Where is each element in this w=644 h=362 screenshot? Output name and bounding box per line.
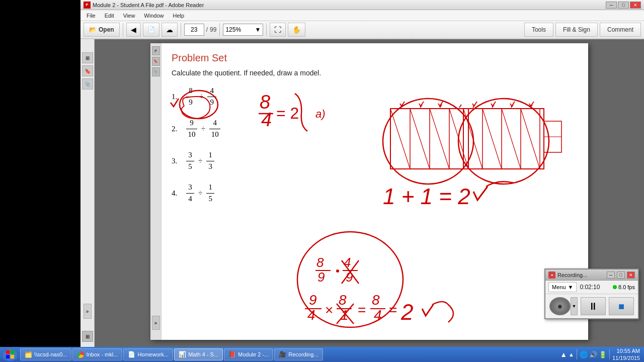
pdf-inner-sidebar: P 🔖 📎 » — [150, 43, 162, 340]
toolbar-sep-1 — [123, 23, 123, 36]
pdf-arrow-btn[interactable]: » — [152, 316, 160, 330]
fill-sign-button[interactable]: Fill & Sign — [555, 23, 598, 37]
pdf-page-icon: P — [152, 46, 160, 55]
title-minimize[interactable]: ─ — [606, 2, 617, 9]
rec-stop-button[interactable]: ■ — [609, 297, 634, 315]
rec-toolbar-row: Menu ▼ 0:02:10 8.0 fps — [545, 281, 638, 294]
stop-icon: ■ — [618, 301, 624, 312]
math4-label: Math 4 - S... — [188, 351, 218, 357]
problem-4-div: ÷ — [197, 189, 204, 198]
svg-rect-64 — [11, 355, 15, 359]
pdf-content-area: Problem Set Calculate the quotient. If n… — [162, 43, 588, 340]
module2-label: Module 2 -... — [238, 351, 269, 357]
open-button[interactable]: 📂 Open — [84, 23, 120, 37]
title-close[interactable]: ✕ — [630, 2, 641, 9]
back-button[interactable]: ◀ — [126, 23, 141, 37]
problem-4: 4. 34 ÷ 15 — [172, 183, 578, 204]
tray-icon-1: ▲ — [560, 350, 567, 358]
frac-4-10: 410 — [209, 118, 220, 139]
upload-button[interactable]: ☁ — [162, 23, 178, 37]
svg-rect-61 — [6, 350, 10, 354]
problem-1-num: 1. — [172, 93, 184, 101]
math4-icon: 📊 — [179, 351, 186, 358]
zoom-control[interactable]: 125% ▼ — [223, 24, 263, 36]
taskbar-item-chrome[interactable]: Inbox - mkl... — [72, 348, 122, 360]
rec-menu-arrow: ▼ — [568, 284, 574, 290]
windows-logo-icon — [6, 350, 15, 359]
rec-close-btn[interactable]: ✕ — [627, 272, 635, 279]
svg-rect-63 — [6, 355, 10, 359]
thumbnail-icon[interactable]: ⊞ — [82, 52, 93, 63]
rec-pause-button[interactable]: ⏸ — [581, 297, 606, 315]
rec-expand-button[interactable]: ▼ — [571, 297, 578, 315]
problem-2-div: ÷ — [200, 125, 207, 133]
start-button[interactable] — [1, 348, 19, 361]
pdf-icon-button[interactable]: 📄 — [143, 23, 159, 37]
menu-view[interactable]: View — [119, 12, 139, 20]
show-hidden-icon[interactable]: ▲ — [569, 351, 574, 357]
bookmark-icon[interactable]: 🔖 — [82, 65, 93, 76]
rec-menu-dropdown[interactable]: Menu ▼ — [548, 282, 577, 292]
chrome-label: Inbox - mkl... — [86, 351, 118, 357]
tray-network-icon: 🌐 — [580, 351, 588, 358]
title-maximize[interactable]: □ — [618, 2, 629, 9]
problem-3-num: 3. — [172, 157, 184, 165]
taskbar-item-homework[interactable]: 📄 Homework... — [123, 348, 173, 360]
frac-8-9-num: 89 — [186, 86, 195, 107]
taskbar-item-math4[interactable]: 📊 Math 4 - S... — [174, 348, 223, 360]
explorer-icon: 🗂️ — [25, 351, 32, 358]
grid-icon[interactable]: ⊞ — [82, 331, 93, 342]
menu-edit[interactable]: Edit — [101, 12, 118, 20]
taskbar-item-explorer[interactable]: 🗂️ \\scsd-nas0... — [20, 348, 71, 360]
title-bar: P Module 2 - Student A File.pdf - Adobe … — [80, 0, 644, 10]
attachment-icon[interactable]: 📎 — [82, 78, 93, 89]
rec-time-display: 0:02:10 — [580, 284, 600, 291]
toolbar-sep-2 — [181, 23, 181, 36]
pan-button[interactable]: ✋ — [288, 23, 305, 37]
homework-icon: 📄 — [128, 351, 135, 358]
menu-window[interactable]: Window — [140, 12, 168, 20]
rec-record-button[interactable]: ● — [549, 297, 571, 315]
app-icon: P — [84, 2, 91, 9]
expand-panel-btn[interactable]: » — [84, 304, 92, 319]
pause-icon: ⏸ — [588, 301, 598, 312]
clock-display[interactable]: 10:55 AM 11/19/2015 — [612, 347, 640, 362]
frac-1-5: 15 — [206, 183, 214, 204]
problem-1-div: ÷ — [198, 93, 205, 101]
pdf-bookmark-icon: 🔖 — [152, 57, 160, 66]
recording-title: Recording... — [557, 272, 605, 278]
menu-file[interactable]: File — [83, 12, 100, 20]
instructions-text: Calculate the quotient. If needed, draw … — [172, 69, 578, 77]
comment-button[interactable]: Comment — [600, 23, 641, 37]
zoom-dropdown-icon: ▼ — [255, 26, 261, 33]
svg-rect-62 — [11, 350, 15, 354]
rec-fps-display: 8.0 fps — [613, 284, 635, 290]
page-number-input[interactable] — [184, 24, 204, 36]
module2-icon: 📕 — [228, 351, 236, 358]
menu-help[interactable]: Help — [169, 12, 188, 20]
left-panel: ⊞ 🔖 📎 » ⊞ — [80, 10, 95, 347]
problem-4-num: 4. — [172, 189, 184, 198]
frac-9-10: 910 — [186, 118, 197, 139]
window-title: Module 2 - Student A File.pdf - Adobe Re… — [93, 2, 605, 8]
tools-button[interactable]: Tools — [524, 23, 553, 37]
recording-widget: ● Recording... ─ □ ✕ Menu ▼ 0:02:10 8.0 … — [544, 268, 639, 319]
taskbar-item-module2[interactable]: 📕 Module 2 -... — [224, 348, 273, 360]
recording-taskbar-label: Recording... — [288, 351, 318, 357]
toolbar-sep-4 — [266, 23, 267, 36]
explorer-label: \\scsd-nas0... — [34, 351, 67, 357]
tray-sound-icon: 🔊 — [589, 351, 597, 358]
fullscreen-button[interactable]: ⛶ — [270, 23, 286, 37]
recording-icon: ● — [548, 272, 555, 279]
problem-2: 2. 910 ÷ 410 — [172, 118, 578, 139]
taskbar-item-recording[interactable]: 🎥 Recording... — [274, 348, 323, 360]
chrome-icon — [77, 351, 84, 358]
pdf-clip-icon: 📎 — [152, 67, 160, 76]
problem-3: 3. 35 ÷ 13 — [172, 150, 578, 171]
tray-battery-icon: 🔋 — [599, 351, 607, 358]
frac-4-9: 49 — [207, 86, 216, 107]
homework-label: Homework... — [137, 351, 169, 357]
rec-maximize-btn[interactable]: □ — [617, 272, 625, 279]
rec-minimize-btn[interactable]: ─ — [607, 272, 615, 279]
recording-titlebar: ● Recording... ─ □ ✕ — [545, 269, 638, 281]
